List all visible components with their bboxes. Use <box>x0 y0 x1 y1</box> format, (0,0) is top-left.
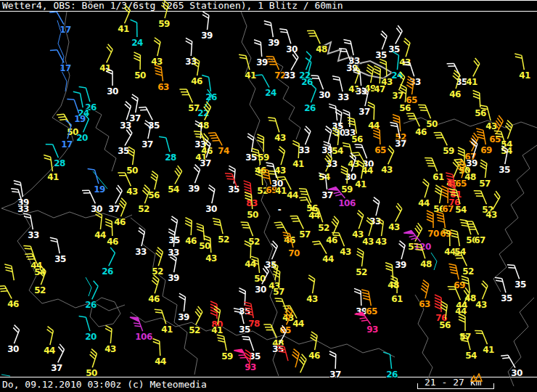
gust-value: 48 <box>420 259 432 269</box>
gust-value: 33 <box>337 92 349 102</box>
gust-value: 74 <box>218 146 229 156</box>
gust-value: 35 <box>54 254 66 264</box>
gust-value: 59 <box>221 351 233 362</box>
gust-value: 30 <box>271 179 283 189</box>
gust-value: 41 <box>161 324 173 335</box>
gust-value: 43 <box>205 253 217 264</box>
gust-value: 67 <box>474 235 485 245</box>
gust-value: 30 <box>205 204 217 214</box>
gust-value: 52 <box>34 285 46 295</box>
gust-value: 52 <box>189 325 200 335</box>
gust-value: 106 <box>338 198 356 208</box>
gust-value: 46 <box>449 89 461 99</box>
wind-barb-icon <box>286 354 312 378</box>
wind-barb-icon <box>1 261 28 286</box>
gust-value: 35 <box>499 165 510 175</box>
gust-value: 46 <box>148 294 160 304</box>
gust-value: 54 <box>465 351 477 361</box>
gust-value: 44 <box>322 254 334 264</box>
gust-value: 41 <box>47 172 59 182</box>
gust-value: 30 <box>107 86 118 97</box>
gust-value: 50 <box>86 368 97 378</box>
gust-value: 26 <box>386 369 398 380</box>
gust-value: 52 <box>138 204 149 214</box>
lightning-icon <box>470 373 483 382</box>
gust-value: 30 <box>7 344 19 354</box>
gust-value: 28 <box>165 152 176 163</box>
gust-value: 46 <box>415 127 427 137</box>
gust-value: 26 <box>304 103 316 113</box>
gust-value: 54 <box>168 184 179 195</box>
gust-value: 30 <box>511 368 522 378</box>
gust-value: 43 <box>104 344 116 354</box>
wind-barb-icon <box>235 349 261 374</box>
gust-value: 59 <box>158 19 170 29</box>
gust-value: 46 <box>107 237 118 247</box>
gust-value: 20 <box>85 332 97 342</box>
gust-value: 39 <box>168 273 179 283</box>
wind-barb-icon <box>225 168 251 193</box>
gust-value: 61 <box>391 294 403 304</box>
gust-value: 56 <box>439 320 451 330</box>
weather-map-window: Wetter4, OBS: Böen 1/3/6stg (265 Station… <box>0 0 537 392</box>
gust-value: 44 <box>155 356 166 367</box>
station-layer: 1741593924393048353543333933391741434650… <box>0 0 537 392</box>
gust-value: 41 <box>519 70 530 81</box>
gust-value: 41 <box>245 70 256 81</box>
gust-value: 43 <box>375 237 387 247</box>
gust-value: 46 <box>7 299 19 309</box>
gust-value: 17 <box>60 63 71 73</box>
gust-value: 70 <box>288 248 300 258</box>
gust-value: - <box>278 205 281 215</box>
gust-value: 93 <box>366 324 378 335</box>
gust-value: 33 <box>28 230 39 240</box>
gust-value: 26 <box>85 300 97 310</box>
gust-value: 24 <box>265 88 276 98</box>
gust-value: 37 <box>51 363 62 373</box>
gust-value: 41 <box>292 159 304 169</box>
gust-value: 63 <box>157 82 169 92</box>
gust-value: 50 <box>134 70 146 81</box>
gust-value: 44 <box>287 190 298 200</box>
gust-value: 37 <box>329 369 341 380</box>
gust-value: 52 <box>356 267 367 277</box>
gust-value: 41 <box>483 345 494 355</box>
gust-value: 35 <box>501 293 512 303</box>
gust-value: 43 <box>381 165 393 175</box>
gust-value: 17 <box>60 25 71 35</box>
gust-value: 26 <box>102 266 113 277</box>
gust-value: 43 <box>475 300 487 310</box>
gust-value: 24 <box>131 38 143 48</box>
